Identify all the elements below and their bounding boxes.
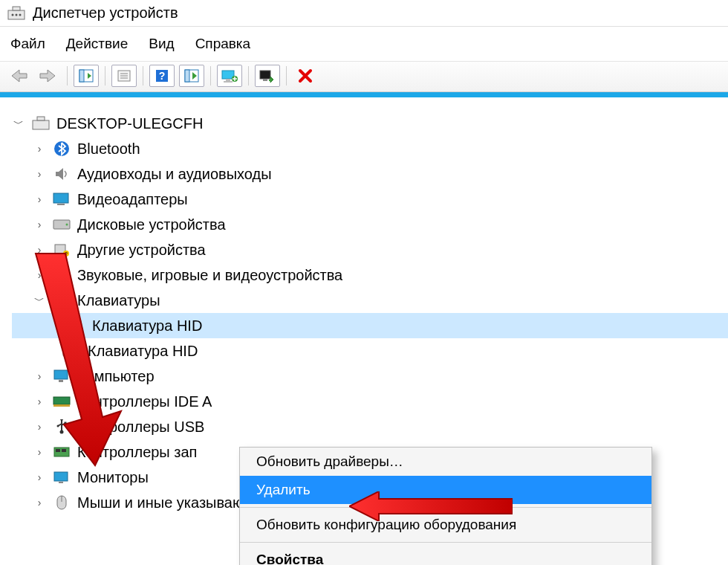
chevron-right-icon[interactable]: ›: [33, 237, 46, 262]
separator: [240, 542, 651, 543]
tree-node-sound[interactable]: › Звуковые, игровые и видеоустройства: [12, 262, 728, 288]
svg-rect-34: [56, 297, 58, 298]
svg-rect-42: [59, 300, 60, 301]
menu-file[interactable]: Файл: [10, 36, 45, 52]
node-label: DESKTOP-ULEGCFH: [56, 111, 203, 136]
context-menu: Обновить драйверы… Удалить Обновить конф…: [239, 447, 652, 565]
tree-node-other[interactable]: › ? Другие устройства: [12, 237, 728, 262]
chevron-right-icon[interactable]: ›: [33, 187, 46, 212]
node-label: Мониторы: [77, 465, 149, 490]
tree-node-disk[interactable]: › Дисковые устройства: [12, 212, 728, 237]
chevron-right-icon[interactable]: ›: [33, 490, 46, 515]
svg-rect-74: [59, 482, 63, 483]
svg-point-68: [57, 425, 59, 427]
uninstall-button[interactable]: [255, 65, 280, 87]
menu-help[interactable]: Справка: [195, 36, 251, 52]
svg-rect-45: [65, 300, 67, 301]
chevron-right-icon[interactable]: ›: [33, 364, 46, 389]
window-title: Диспетчер устройств: [33, 4, 178, 22]
svg-rect-22: [33, 120, 49, 129]
tree-node-bluetooth[interactable]: › Bluetooth: [12, 136, 728, 161]
toolbar: ?: [0, 61, 728, 92]
ctx-update-drivers[interactable]: Обновить драйверы…: [240, 448, 651, 476]
speaker-icon: [52, 267, 71, 283]
svg-rect-26: [57, 204, 65, 205]
disk-icon: [52, 216, 71, 233]
svg-rect-59: [67, 347, 68, 349]
ctx-properties[interactable]: Свойства: [240, 546, 651, 565]
svg-rect-16: [226, 79, 230, 81]
svg-rect-20: [263, 79, 267, 81]
tree-root[interactable]: ﹀ DESKTOP-ULEGCFH: [12, 111, 728, 136]
menu-action[interactable]: Действие: [66, 36, 129, 52]
svg-rect-23: [37, 117, 45, 120]
svg-rect-44: [63, 300, 65, 301]
svg-rect-33: [54, 297, 56, 298]
svg-rect-65: [53, 397, 70, 404]
svg-rect-53: [74, 322, 75, 323]
ctx-scan-hardware[interactable]: Обновить конфигурацию оборудования: [240, 511, 651, 539]
tree-node-kb-hid-2[interactable]: Клавиатура HID: [12, 338, 728, 364]
menubar: Файл Действие Вид Справка: [0, 27, 728, 61]
chevron-right-icon[interactable]: ›: [33, 161, 46, 187]
svg-rect-73: [54, 472, 68, 481]
content-area: ﹀ DESKTOP-ULEGCFH › Bluetooth › Аудиовхо…: [0, 92, 728, 515]
chevron-right-icon[interactable]: ›: [33, 389, 46, 414]
ctx-delete[interactable]: Удалить: [240, 476, 651, 504]
chevron-right-icon[interactable]: ›: [33, 465, 46, 490]
chevron-right-icon[interactable]: ›: [33, 262, 46, 288]
menu-view[interactable]: Вид: [149, 36, 174, 52]
svg-rect-35: [59, 297, 60, 298]
tree-node-audio-io[interactable]: › Аудиовходы и аудиовыходы: [12, 161, 728, 187]
svg-rect-66: [53, 404, 70, 407]
tree-node-kb-hid-1[interactable]: Клавиатура HID: [12, 313, 728, 338]
svg-rect-52: [71, 322, 73, 323]
chevron-right-icon[interactable]: ›: [33, 136, 46, 161]
svg-rect-1: [13, 7, 20, 10]
monitor-icon: [52, 368, 71, 384]
node-label: Клавиатура HID: [88, 338, 198, 364]
svg-rect-54: [76, 322, 77, 323]
svg-rect-14: [185, 70, 189, 82]
svg-rect-41: [56, 300, 58, 301]
node-label: Видеоадаптеры: [77, 187, 188, 212]
update-driver-button[interactable]: [217, 65, 242, 87]
tree-node-computer[interactable]: › Компьютер: [12, 364, 728, 389]
help-button[interactable]: ?: [149, 65, 175, 87]
svg-text:?: ?: [65, 251, 68, 256]
svg-rect-62: [67, 353, 77, 355]
usb-icon: [52, 419, 71, 435]
svg-rect-43: [61, 300, 62, 301]
tree-node-display[interactable]: › Видеоадаптеры: [12, 187, 728, 212]
svg-rect-37: [63, 297, 65, 298]
properties-button[interactable]: [111, 65, 137, 87]
tree-node-ide[interactable]: › Контроллеры IDE A: [12, 389, 728, 414]
svg-rect-51: [69, 322, 71, 323]
tree-node-usb[interactable]: › Контроллеры USB: [12, 414, 728, 439]
svg-rect-38: [65, 297, 67, 298]
mouse-icon: [52, 494, 71, 511]
forward-button[interactable]: [36, 65, 61, 87]
svg-rect-21: [269, 80, 272, 81]
node-label: Контроллеры IDE A: [77, 389, 212, 414]
tree-node-keyboards[interactable]: ﹀ Клавиатуры: [12, 288, 728, 313]
delete-button[interactable]: [293, 65, 318, 87]
svg-point-28: [66, 224, 68, 226]
chevron-down-icon[interactable]: ﹀: [12, 111, 25, 136]
monitor-icon: [52, 469, 71, 485]
storage-controller-icon: [52, 444, 71, 460]
svg-rect-49: [65, 322, 66, 323]
show-hidden-button[interactable]: [74, 65, 99, 87]
scan-button[interactable]: [179, 65, 204, 87]
chevron-right-icon[interactable]: ›: [33, 212, 46, 237]
svg-rect-36: [61, 297, 62, 298]
svg-rect-56: [67, 328, 77, 329]
svg-rect-55: [78, 322, 79, 323]
bluetooth-icon: [52, 141, 71, 157]
back-button[interactable]: [6, 65, 31, 87]
app-icon: [7, 6, 25, 21]
chevron-right-icon[interactable]: ›: [33, 439, 46, 465]
chevron-down-icon[interactable]: ﹀: [33, 288, 46, 313]
separator: [240, 507, 651, 508]
chevron-right-icon[interactable]: ›: [33, 414, 46, 439]
